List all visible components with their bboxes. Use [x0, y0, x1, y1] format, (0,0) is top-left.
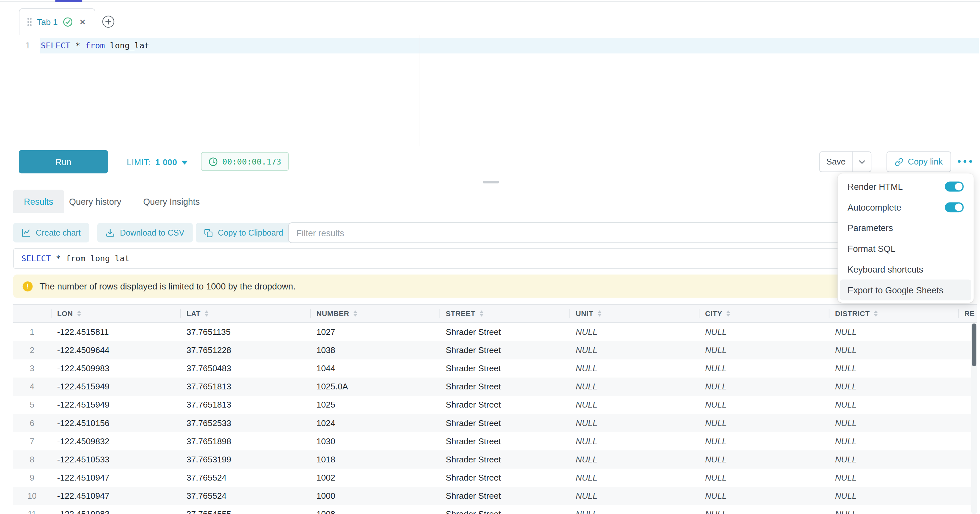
cell: Shrader Street	[439, 346, 570, 355]
close-icon[interactable]: ✕	[78, 16, 87, 27]
scrollbar-thumb[interactable]	[972, 324, 977, 366]
sort-icon[interactable]	[354, 310, 358, 316]
more-options-button[interactable]	[956, 155, 975, 168]
cell: NULL	[829, 364, 958, 373]
tab-query-history[interactable]: Query history	[69, 190, 121, 213]
cell: -122.4510156	[51, 418, 180, 428]
autocomplete-toggle[interactable]	[945, 202, 964, 212]
menu-item-label: Parameters	[848, 223, 893, 233]
column-label: CITY	[705, 310, 722, 317]
table-row: 11-122.451098337.76545551008Shrader Stre…	[13, 505, 977, 514]
cell: NULL	[570, 346, 699, 355]
menu-item-parameters[interactable]: Parameters	[840, 217, 971, 238]
create-chart-label: Create chart	[36, 228, 81, 238]
cell: NULL	[829, 491, 958, 501]
query-success-icon	[63, 17, 73, 27]
cell: 1018	[310, 455, 439, 465]
sql-editor[interactable]: 1 SELECT*fromlong_lat	[0, 35, 980, 146]
save-button[interactable]: Save	[819, 152, 853, 172]
menu-item-autocomplete[interactable]: Autocomplete	[840, 196, 971, 217]
row-index: 7	[13, 437, 51, 446]
vertical-scrollbar[interactable]	[971, 323, 977, 514]
cell: -122.4515811	[51, 327, 180, 337]
row-index: 6	[13, 418, 51, 428]
cell: NULL	[570, 418, 699, 428]
cell: 37.7651813	[180, 400, 310, 410]
row-index: 2	[13, 346, 51, 355]
column-header-number: NUMBER	[310, 305, 439, 322]
cell: NULL	[829, 455, 958, 465]
sort-icon[interactable]	[727, 310, 730, 316]
chevron-down-icon	[858, 160, 865, 164]
clock-icon	[208, 157, 218, 166]
cell: 1024	[310, 418, 439, 428]
table-row: 4-122.451594937.76518131025.0AShrader St…	[13, 378, 977, 396]
download-icon	[105, 228, 115, 238]
cell: -122.4510533	[51, 455, 180, 465]
column-header-region: RE	[958, 305, 977, 322]
ellipsis-icon	[957, 160, 972, 164]
cell: NULL	[699, 509, 829, 514]
top-hairline	[0, 1, 980, 2]
menu-item-export-google-sheets[interactable]: Export to Google Sheets	[840, 280, 971, 300]
sort-icon[interactable]	[598, 310, 601, 316]
download-csv-label: Download to CSV	[120, 228, 185, 238]
column-label: UNIT	[576, 310, 593, 317]
menu-item-label: Autocomplete	[848, 202, 902, 212]
cell: Shrader Street	[439, 455, 570, 465]
link-icon	[895, 157, 904, 166]
cell: NULL	[829, 509, 958, 514]
create-chart-button[interactable]: Create chart	[13, 223, 89, 243]
warning-icon: !	[23, 281, 33, 291]
sort-icon[interactable]	[77, 310, 81, 316]
menu-item-render-html[interactable]: Render HTML	[840, 176, 971, 196]
row-index: 8	[13, 455, 51, 465]
sort-icon[interactable]	[205, 310, 209, 316]
cell: NULL	[699, 327, 829, 337]
column-label: LON	[57, 310, 73, 317]
row-index: 5	[13, 400, 51, 410]
tab-query-insights[interactable]: Query Insights	[143, 190, 200, 213]
run-button[interactable]: Run	[19, 150, 108, 174]
cell: 37.7650483	[180, 364, 310, 373]
pane-resize-handle[interactable]	[483, 181, 499, 184]
sql-keyword: SELECT	[41, 41, 70, 50]
limit-label: LIMIT:	[127, 157, 151, 167]
table-row: 3-122.450998337.76504831044Shrader Stree…	[13, 359, 977, 377]
table-row: 6-122.451015637.76525331024Shrader Stree…	[13, 414, 977, 432]
editor-tab[interactable]: Tab 1 ✕	[19, 8, 95, 35]
cell: 37.7651228	[180, 346, 310, 355]
chart-icon	[21, 228, 31, 238]
save-options-button[interactable]	[852, 152, 871, 172]
sort-icon[interactable]	[480, 310, 484, 316]
menu-item-keyboard-shortcuts[interactable]: Keyboard shortcuts	[840, 259, 971, 280]
render-html-toggle[interactable]	[945, 181, 964, 192]
column-header-lat: LAT	[180, 305, 310, 322]
active-line-highlight	[40, 38, 979, 53]
copy-link-button[interactable]: Copy link	[887, 152, 951, 172]
row-index: 4	[13, 382, 51, 391]
add-tab-button[interactable]	[102, 16, 115, 27]
cell: -122.4515949	[51, 382, 180, 391]
cell: 1008	[310, 509, 439, 514]
cell: NULL	[570, 382, 699, 391]
row-index: 9	[13, 473, 51, 482]
drag-handle-icon[interactable]	[27, 18, 32, 26]
cell: NULL	[699, 346, 829, 355]
tab-results[interactable]: Results	[13, 190, 64, 213]
limit-dropdown[interactable]: LIMIT: 1 000	[127, 156, 188, 168]
cell: NULL	[570, 509, 699, 514]
cell: NULL	[570, 400, 699, 410]
sort-icon[interactable]	[874, 310, 878, 316]
cell: 1038	[310, 346, 439, 355]
cell: -122.4510947	[51, 473, 180, 482]
cell: NULL	[699, 418, 829, 428]
download-csv-button[interactable]: Download to CSV	[97, 223, 192, 243]
table-row: 5-122.451594937.76518131025Shrader Stree…	[13, 396, 977, 414]
cell: NULL	[699, 364, 829, 373]
timer-value: 00:00:00.173	[222, 157, 281, 166]
cell: Shrader Street	[439, 400, 570, 410]
menu-item-format-sql[interactable]: Format SQL	[840, 238, 971, 259]
copy-to-clipboard-button[interactable]: Copy to Clipboard	[196, 223, 291, 243]
cell: NULL	[829, 473, 958, 482]
